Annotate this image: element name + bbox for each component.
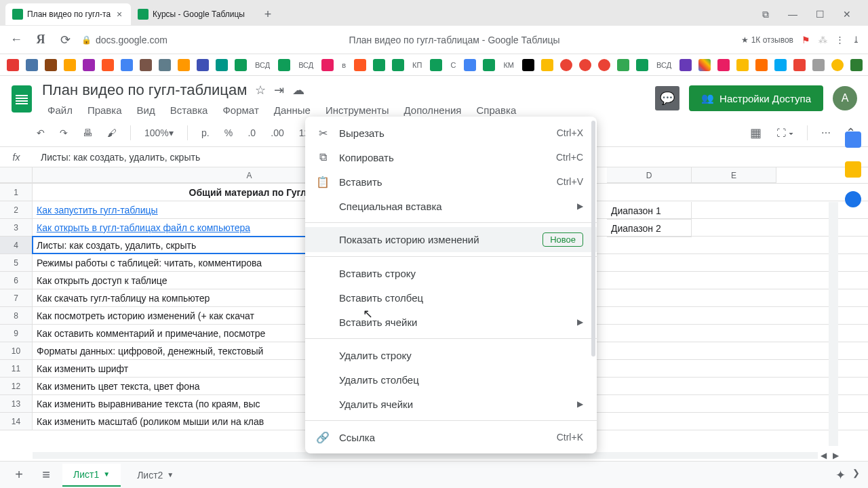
row-number[interactable]: 6 bbox=[0, 272, 33, 289]
row-number[interactable]: 9 bbox=[0, 325, 33, 342]
context-menu-item[interactable]: 🔗СсылкаCtrl+K bbox=[305, 425, 597, 449]
decrease-decimal[interactable]: .0 bbox=[243, 125, 260, 141]
undo-button[interactable]: ↶ bbox=[33, 125, 49, 141]
bookmark-item[interactable] bbox=[541, 59, 553, 71]
context-menu-item[interactable]: Вставить ячейки▶ bbox=[305, 310, 597, 334]
select-all-corner[interactable] bbox=[0, 167, 33, 183]
fx-label[interactable]: fx bbox=[0, 152, 33, 163]
extensions-icon[interactable]: ⋮ bbox=[835, 35, 844, 45]
bookmark-item[interactable] bbox=[464, 59, 476, 71]
context-menu-item[interactable]: 📋ВставитьCtrl+V bbox=[305, 169, 597, 194]
percent-format[interactable]: % bbox=[220, 125, 237, 141]
move-icon[interactable]: ⇥ bbox=[274, 83, 284, 98]
bookmark-item[interactable] bbox=[430, 59, 442, 71]
bookmark-item[interactable] bbox=[64, 59, 76, 71]
row-number[interactable]: 5 bbox=[0, 254, 33, 271]
print-button[interactable]: 🖶 bbox=[79, 125, 96, 141]
menu-view[interactable]: Вид bbox=[132, 102, 161, 119]
comments-icon[interactable]: 💬 bbox=[655, 86, 679, 110]
user-avatar[interactable]: A bbox=[833, 86, 857, 110]
scroll-left-button[interactable]: ◀ bbox=[818, 450, 829, 461]
calendar-icon[interactable] bbox=[845, 131, 861, 148]
menu-insert[interactable]: Вставка bbox=[165, 102, 214, 119]
bookmark-text[interactable]: ВСД bbox=[297, 61, 315, 69]
context-menu-item[interactable]: Вставить строку bbox=[305, 261, 597, 285]
row-number[interactable]: 11 bbox=[0, 360, 33, 377]
menu-edit[interactable]: Правка bbox=[82, 102, 127, 119]
bookmark-item[interactable] bbox=[698, 59, 711, 71]
menu-file[interactable]: Файл bbox=[42, 102, 78, 119]
zoom-dropdown[interactable]: 100% ▾ bbox=[140, 125, 178, 141]
yandex-icon[interactable]: Я bbox=[33, 32, 49, 48]
context-menu-scrollbar[interactable] bbox=[591, 121, 595, 357]
bookmark-item[interactable] bbox=[793, 59, 806, 71]
bookmark-item[interactable] bbox=[278, 59, 290, 71]
bookmark-text[interactable]: С bbox=[449, 61, 457, 69]
bookmark-item[interactable] bbox=[216, 59, 228, 71]
bookmark-item[interactable] bbox=[321, 59, 334, 71]
row-number[interactable]: 3 bbox=[0, 219, 33, 236]
close-icon[interactable]: × bbox=[115, 9, 124, 19]
row-number[interactable]: 14 bbox=[0, 413, 33, 430]
bookmark-text[interactable]: КП bbox=[411, 61, 423, 69]
share-button[interactable]: 👥 Настройки Доступа bbox=[689, 85, 823, 111]
bookmark-item[interactable] bbox=[579, 59, 591, 71]
bookmark-item[interactable] bbox=[736, 59, 749, 71]
cloud-status-icon[interactable]: ☁ bbox=[292, 83, 304, 98]
bookmark-item[interactable] bbox=[83, 59, 95, 71]
side-panel-toggle[interactable]: ❯ bbox=[852, 468, 860, 483]
bookmark-item[interactable] bbox=[617, 59, 629, 71]
context-menu-item[interactable]: Специальная вставка▶ bbox=[305, 194, 597, 218]
browser-tab[interactable]: Курсы - Google Таблицы bbox=[131, 3, 253, 25]
context-menu-item[interactable]: Удалить столбец bbox=[305, 367, 597, 392]
sheet-tab[interactable]: Лист2 ▼ bbox=[126, 464, 184, 486]
insert-chart-icon[interactable]: ▦ bbox=[746, 123, 766, 143]
browser-tab-active[interactable]: План видео по гугл-та × bbox=[5, 3, 131, 25]
row-number[interactable]: 12 bbox=[0, 378, 33, 394]
bookmark-item[interactable] bbox=[483, 59, 495, 71]
bookmark-item[interactable] bbox=[522, 59, 534, 71]
row-number[interactable]: 1 bbox=[0, 184, 33, 201]
cell-d3[interactable]: Диапазон 1 bbox=[607, 202, 692, 220]
bookmark-text[interactable]: КМ bbox=[502, 61, 515, 69]
sheets-logo[interactable] bbox=[8, 81, 35, 117]
bookmark-item[interactable] bbox=[774, 59, 787, 71]
filter-icon[interactable]: ⛶ ▾ bbox=[772, 125, 797, 141]
bookmark-item[interactable] bbox=[598, 59, 610, 71]
context-menu-item[interactable]: Показать историю измененийНовое bbox=[305, 227, 597, 252]
new-tab-button[interactable]: + bbox=[258, 5, 277, 24]
bookmark-item[interactable] bbox=[717, 59, 730, 71]
row-number[interactable]: 7 bbox=[0, 289, 33, 306]
context-menu-item[interactable]: Удалить строку bbox=[305, 343, 597, 367]
download-icon[interactable]: ⤓ bbox=[852, 35, 860, 45]
bookmark-item[interactable] bbox=[755, 59, 768, 71]
paw-icon[interactable]: ⁂ bbox=[818, 35, 827, 45]
bookmark-item[interactable] bbox=[354, 59, 366, 71]
add-sheet-button[interactable]: + bbox=[8, 464, 30, 486]
menu-format[interactable]: Формат bbox=[217, 102, 264, 119]
tabs-overview-icon[interactable]: ⧉ bbox=[758, 7, 773, 22]
bookmark-text[interactable]: ВСД bbox=[655, 61, 673, 69]
bookmark-text[interactable]: ВСД bbox=[254, 61, 271, 69]
bookmark-item[interactable] bbox=[679, 59, 692, 71]
bookmark-item[interactable] bbox=[560, 59, 572, 71]
back-button[interactable]: ← bbox=[8, 32, 24, 48]
bookmark-item[interactable] bbox=[159, 59, 171, 71]
minimize-button[interactable]: — bbox=[785, 7, 800, 22]
doc-title[interactable]: План видео по гугл-таблицам bbox=[42, 81, 247, 99]
column-header-e[interactable]: E bbox=[692, 167, 776, 183]
star-icon[interactable]: ☆ bbox=[255, 83, 266, 98]
bookmark-item[interactable] bbox=[392, 59, 404, 71]
bookmark-item[interactable] bbox=[373, 59, 385, 71]
bookmark-item[interactable] bbox=[7, 59, 19, 71]
cell-d4[interactable]: Диапазон 2 bbox=[607, 220, 692, 237]
bookmark-item[interactable] bbox=[178, 59, 190, 71]
explore-button[interactable]: ✦ bbox=[835, 468, 846, 483]
row-number[interactable]: 4 bbox=[0, 237, 33, 253]
bookmark-item[interactable] bbox=[812, 59, 825, 71]
bookmark-text[interactable]: в bbox=[340, 61, 347, 69]
row-number[interactable]: 13 bbox=[0, 395, 33, 412]
increase-decimal[interactable]: .00 bbox=[267, 125, 288, 141]
row-number[interactable]: 2 bbox=[0, 201, 33, 218]
context-menu-item[interactable]: ✂ВырезатьCtrl+X bbox=[305, 121, 597, 145]
